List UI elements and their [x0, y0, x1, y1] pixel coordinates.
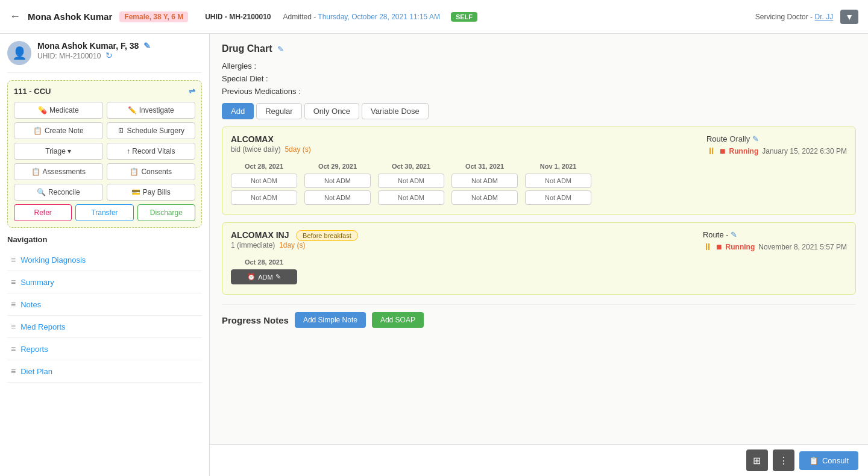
transfer-button[interactable]: Transfer	[75, 204, 133, 221]
sidebar-item-working-diagnosis[interactable]: ≡ Working Diagnosis	[7, 249, 202, 271]
route-alcomax: Route Orally ✎	[706, 134, 847, 143]
drug-card-alcomax-inj: ALCOMAX INJ Before breakfast 1 (immediat…	[222, 222, 856, 295]
gender-age-badge: Female, 38 Y, 6 M	[119, 11, 188, 22]
record-vitals-button[interactable]: ↑ Record Vitals	[107, 143, 196, 160]
sidebar-item-med-reports[interactable]: ≡ Med Reports	[7, 316, 202, 338]
sidebar-item-reports[interactable]: ≡ Reports	[7, 338, 202, 360]
sidebar-patient-name: Mona Ashok Kumar, F, 38 ✎	[37, 41, 202, 51]
admin-col-2: Oct 30, 2021 Not ADM Not ADM	[378, 163, 444, 207]
admin-grid-alcomax-inj: Oct 28, 2021 ⏰ ADM ✎	[231, 258, 847, 287]
admitted-date-link[interactable]: Thursday, October 28, 2021 11:15 AM	[318, 13, 440, 21]
route-inj-edit-icon[interactable]: ✎	[731, 230, 737, 239]
medicate-button[interactable]: 💊 Medicate	[14, 102, 103, 119]
assessments-button[interactable]: 📋 Assessments	[14, 163, 103, 180]
drug-chart-edit-icon[interactable]: ✎	[277, 45, 284, 54]
consents-button[interactable]: 📋 Consents	[107, 163, 196, 180]
sidebar: 👤 Mona Ashok Kumar, F, 38 ✎ UHID: MH-210…	[0, 34, 210, 476]
investigate-button[interactable]: ✏️ Investigate	[107, 102, 196, 119]
tab-variable-dose[interactable]: Variable Dose	[362, 103, 429, 119]
pay-bills-icon: 💳	[131, 188, 140, 196]
admin-col-1: Oct 29, 2021 Not ADM Not ADM	[304, 163, 371, 207]
stop-icon-alcomax[interactable]: ■	[720, 146, 726, 157]
drug-dosage-alcomax: bid (twice daily) 5day (s)	[231, 145, 311, 154]
create-note-button[interactable]: 📋 Create Note	[14, 122, 103, 139]
reconcile-button[interactable]: 🔍 Reconcile	[14, 184, 103, 201]
assessments-icon: 📋	[31, 168, 40, 176]
sidebar-uhid: UHID: MH-2100010 ↻	[37, 51, 202, 60]
tab-regular[interactable]: Regular	[256, 103, 302, 119]
drug-card-alcomax-right: Route Orally ✎ ⏸ ■ Running January 15, 2…	[706, 134, 847, 157]
tab-add[interactable]: Add	[222, 103, 254, 119]
drug-dosage-alcomax-inj: 1 (immediate) 1day (s)	[231, 241, 358, 249]
room-card: 111 - CCU ⇌ 💊 Medicate ✏️ Investigate 📋 …	[7, 80, 202, 228]
main-layout: 👤 Mona Ashok Kumar, F, 38 ✎ UHID: MH-210…	[0, 34, 868, 476]
more-options-button[interactable]: ⋮	[773, 449, 794, 471]
triage-button[interactable]: Triage ▾	[14, 143, 103, 160]
nav-icon-summary: ≡	[11, 277, 16, 287]
admin-cell: Not ADM	[378, 190, 444, 205]
admin-col-3: Oct 31, 2021 Not ADM Not ADM	[451, 163, 518, 207]
room-settings-icon[interactable]: ⇌	[189, 87, 195, 96]
pause-icon-alcomax-inj[interactable]: ⏸	[703, 242, 712, 252]
admin-cell: Not ADM	[525, 174, 591, 188]
sidebar-item-diet-plan[interactable]: ≡ Diet Plan	[7, 360, 202, 383]
drug-name-alcomax: ALCOMAX	[231, 134, 311, 144]
drug-card-alcomax-left: ALCOMAX bid (twice daily) 5day (s)	[231, 134, 311, 154]
adm-edit-icon[interactable]: ✎	[275, 273, 281, 281]
create-note-icon: 📋	[33, 127, 42, 135]
route-alcomax-inj: Route - ✎	[703, 230, 847, 239]
back-button[interactable]: ←	[10, 10, 20, 23]
more-icon: ⋮	[779, 455, 788, 466]
servicing-doctor: Servicing Doctor - Dr. JJ	[755, 13, 833, 21]
avatar: 👤	[7, 41, 31, 65]
navigation-section: Navigation ≡ Working Diagnosis ≡ Summary…	[7, 235, 202, 383]
refresh-icon[interactable]: ↻	[105, 51, 113, 60]
allergies-row: Allergies :	[222, 61, 856, 70]
patient-card: 👤 Mona Ashok Kumar, F, 38 ✎ UHID: MH-210…	[7, 41, 202, 73]
add-soap-button[interactable]: Add SOAP	[372, 312, 424, 328]
nav-icon-working-diagnosis: ≡	[11, 255, 16, 265]
consult-button[interactable]: 📋 Consult	[799, 451, 858, 470]
clock-icon: ⏰	[247, 273, 256, 281]
schedule-surgery-button[interactable]: 🗓 Schedule Surgery	[107, 122, 196, 139]
nav-title: Navigation	[7, 235, 202, 244]
drug-badge: Before breakfast	[296, 230, 358, 241]
adm-cell[interactable]: ⏰ ADM ✎	[231, 269, 297, 284]
admin-cell: Not ADM	[304, 190, 371, 205]
status-alcomax: ⏸ ■ Running January 15, 2022 6:30 PM	[706, 146, 847, 157]
drug-card-alcomax: ALCOMAX bid (twice daily) 5day (s) Route…	[222, 127, 856, 215]
action-buttons: 💊 Medicate ✏️ Investigate 📋 Create Note …	[14, 102, 195, 201]
admin-col-0: Oct 28, 2021 Not ADM Not ADM	[231, 163, 297, 207]
drug-card-alcomax-inj-left: ALCOMAX INJ Before breakfast 1 (immediat…	[231, 230, 358, 249]
consents-icon: 📋	[130, 168, 139, 176]
sidebar-item-notes[interactable]: ≡ Notes	[7, 293, 202, 316]
schedule-icon: 🗓	[118, 127, 125, 135]
discharge-button[interactable]: Discharge	[137, 204, 195, 221]
pause-icon-alcomax[interactable]: ⏸	[706, 146, 716, 157]
grid-view-button[interactable]: ⊞	[746, 449, 768, 471]
add-simple-note-button[interactable]: Add Simple Note	[295, 312, 366, 328]
pay-bills-button[interactable]: 💳 Pay Bills	[107, 184, 196, 201]
header-patient-name: Mona Ashok Kumar	[28, 11, 112, 22]
drug-card-alcomax-inj-right: Route - ✎ ⏸ ■ Running November 8, 2021 5…	[703, 230, 847, 252]
stop-icon-alcomax-inj[interactable]: ■	[716, 242, 722, 252]
medication-tabs: Add Regular Only Once Variable Dose	[222, 103, 856, 119]
investigate-icon: ✏️	[128, 106, 137, 114]
admin-cell: Not ADM	[231, 174, 297, 188]
drug-chart-title: Drug Chart	[222, 43, 272, 54]
patient-card-info: Mona Ashok Kumar, F, 38 ✎ UHID: MH-21000…	[37, 41, 202, 60]
previous-medications-row: Previous Medications :	[222, 87, 856, 96]
header-admitted: Admitted - Thursday, October 28, 2021 11…	[283, 13, 440, 21]
room-header: 111 - CCU ⇌	[14, 87, 195, 96]
tab-only-once[interactable]: Only Once	[304, 103, 359, 119]
grid-icon: ⊞	[753, 455, 761, 466]
sidebar-item-summary[interactable]: ≡ Summary	[7, 271, 202, 293]
route-edit-icon[interactable]: ✎	[752, 134, 759, 143]
refer-button[interactable]: Refer	[14, 204, 72, 221]
doctor-link[interactable]: Dr. JJ	[814, 13, 833, 21]
header-uhid: UHID - MH-2100010	[205, 13, 271, 21]
edit-patient-icon[interactable]: ✎	[143, 41, 151, 51]
header-dropdown-button[interactable]: ▼	[840, 10, 858, 24]
medicate-icon: 💊	[38, 106, 47, 114]
progress-notes-title: Progress Notes	[222, 315, 289, 325]
